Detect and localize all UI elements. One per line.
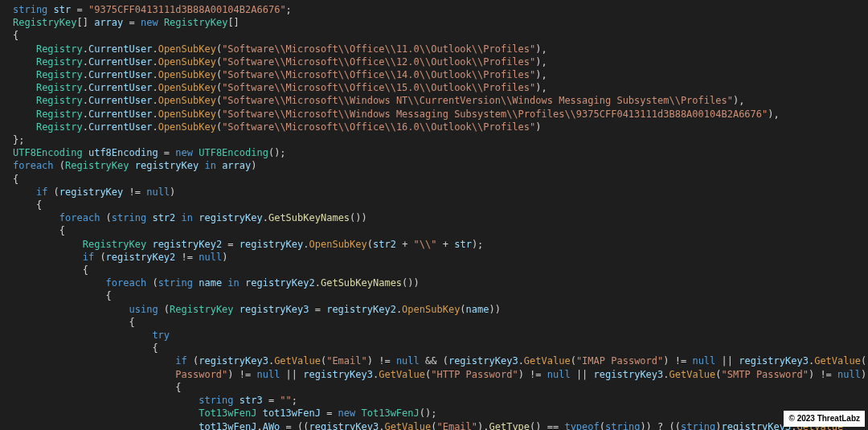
code-line: }; bbox=[13, 134, 24, 145]
watermark-label: © 2023 ThreatLabz bbox=[784, 411, 865, 427]
code-line: Registry.CurrentUser.OpenSubKey("Softwar… bbox=[13, 95, 744, 106]
code-line: Registry.CurrentUser.OpenSubKey("Softwar… bbox=[13, 109, 780, 120]
code-line: if (registryKey2 != null) bbox=[13, 252, 227, 263]
code-line: { bbox=[13, 264, 88, 276]
code-line: foreach (RegistryKey registryKey in arra… bbox=[13, 160, 257, 171]
code-line: string str = "9375CFF0413111d3B88A00104B… bbox=[13, 4, 292, 15]
code-line: using (RegistryKey registryKey3 = regist… bbox=[13, 304, 501, 315]
code-line: { bbox=[13, 317, 135, 328]
code-line: tot13wFenJ.AWo = ((registryKey3.GetValue… bbox=[13, 421, 843, 431]
code-line: foreach (string name in registryKey2.Get… bbox=[13, 277, 420, 289]
code-line: { bbox=[13, 342, 158, 354]
code-line: if (registryKey3.GetValue("Email") != nu… bbox=[13, 355, 868, 367]
code-line: UTF8Encoding utf8Encoding = new UTF8Enco… bbox=[13, 147, 286, 158]
code-line: { bbox=[13, 30, 18, 41]
code-line: string str3 = ""; bbox=[13, 395, 297, 406]
code-line: try bbox=[13, 330, 170, 341]
code-line: { bbox=[13, 199, 42, 211]
code-line: Tot13wFenJ tot13wFenJ = new Tot13wFenJ()… bbox=[13, 407, 436, 419]
code-line: if (registryKey != null) bbox=[13, 186, 175, 198]
code-line: RegistryKey[] array = new RegistryKey[] bbox=[13, 17, 240, 28]
code-line: { bbox=[13, 225, 65, 236]
code-line: Password") != null || registryKey3.GetVa… bbox=[13, 369, 868, 380]
code-line: foreach (string str2 in registryKey.GetS… bbox=[13, 212, 367, 223]
code-line: Registry.CurrentUser.OpenSubKey("Softwar… bbox=[13, 82, 547, 93]
code-line: Registry.CurrentUser.OpenSubKey("Softwar… bbox=[13, 69, 547, 80]
code-line: Registry.CurrentUser.OpenSubKey("Softwar… bbox=[13, 56, 547, 68]
code-line: Registry.CurrentUser.OpenSubKey("Softwar… bbox=[13, 121, 542, 133]
code-block: string str = "9375CFF0413111d3B88A00104B… bbox=[0, 0, 868, 430]
code-line: { bbox=[13, 174, 18, 185]
code-line: RegistryKey registryKey2 = registryKey.O… bbox=[13, 239, 483, 250]
code-line: Registry.CurrentUser.OpenSubKey("Softwar… bbox=[13, 43, 547, 55]
code-line: { bbox=[13, 290, 112, 301]
code-line: { bbox=[13, 382, 182, 393]
